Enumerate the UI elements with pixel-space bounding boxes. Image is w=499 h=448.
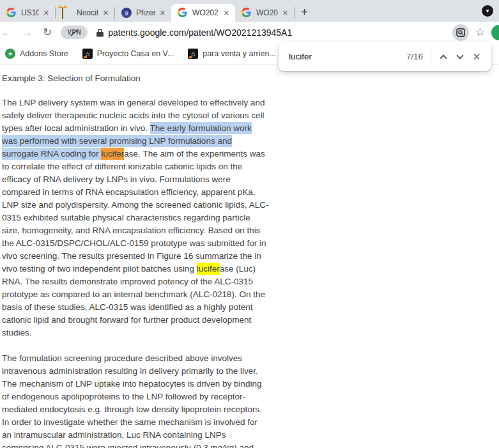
find-in-page-bar: 7/16 ✕ [279, 42, 491, 71]
text-line: types after local administration in vivo… [2, 122, 499, 135]
selected-text: surrogate RNA coding for [2, 148, 101, 160]
text-segment: vivo screening. The results presented in… [2, 251, 261, 261]
text-line: studies. [2, 327, 499, 339]
text-line: LNP size and polydispersity. Among the s… [2, 199, 499, 212]
lock-icon[interactable] [96, 28, 104, 37]
text-line: intravenous administration resulting in … [2, 365, 499, 378]
google-g-icon [6, 8, 17, 18]
forward-icon[interactable]: → [17, 26, 38, 39]
text-line: was performed with several promising LNP… [2, 135, 499, 148]
text-line: In order to investigate whether the same… [2, 416, 499, 429]
tab-close-icon[interactable]: ✕ [101, 9, 111, 17]
google-g-icon [178, 8, 188, 18]
tab-title: WO20212139 [192, 8, 219, 17]
tab-title: WO20212139 [256, 8, 278, 17]
text-segment: types after local administration in vivo… [2, 123, 150, 133]
find-query-input[interactable] [289, 52, 406, 61]
tab-us-patent[interactable]: US10703789B ✕ [0, 4, 55, 22]
neocities-cat-icon [62, 8, 72, 18]
text-segment: In order to investigate whether the same… [2, 417, 257, 427]
text-line: cationic lipid and brought forward for f… [2, 314, 499, 327]
text-line: surrogate RNA coding for luciferase. The… [2, 148, 499, 160]
text-line: RNA. The results demonstrate improved po… [2, 275, 499, 288]
text-line: an intramuscular administration, Luc RNA… [2, 429, 499, 442]
find-next-button[interactable] [452, 49, 468, 65]
text-line: efficacy of RNA delivery by LNPs in vivo… [2, 173, 499, 186]
tab-close-icon[interactable]: ✕ [222, 9, 231, 17]
bookmark-addons-store[interactable]: ★ Addons Store [5, 49, 68, 59]
tab-title: Neocities - Ed [77, 8, 98, 17]
patent-page-content: Example 3: Selection of Formulation The … [0, 65, 499, 448]
text-segment: prototype as compared to an internal ben… [2, 290, 265, 299]
text-segment: mediated endocytosis e.g. through low de… [2, 405, 262, 414]
tab-close-icon[interactable]: ✕ [280, 9, 290, 17]
chevron-down-icon [456, 52, 463, 59]
text-segment: RNA. The results demonstrate improved po… [2, 277, 253, 286]
pfizer-globe-icon: s [121, 8, 132, 18]
text-line: the ALC-0315/DSPC/CHOL/ALC-0159 prototyp… [2, 237, 499, 250]
bookmark-proyecto-casa[interactable]: ⌂ Proyecto Casa en V... [82, 49, 174, 59]
chevron-up-icon [440, 54, 447, 61]
text-segment: compared in terms of RNA encapsulation e… [2, 187, 255, 197]
house-icon: ⌂ [82, 49, 93, 59]
text-segment: cationic lipid and brought forward for f… [2, 315, 251, 325]
text-line: comprising ALC-0315 were injected intrav… [2, 442, 499, 448]
text-segment: size, homogeneity, and RNA encapsulation… [2, 226, 261, 235]
tab-close-icon[interactable]: ✕ [158, 9, 167, 17]
tab-close-icon[interactable]: ✕ [42, 9, 51, 17]
addons-store-icon: ★ [5, 49, 15, 59]
vpn-badge[interactable]: VPN [61, 26, 88, 39]
text-segment: ase. The aim of the experiments was [124, 149, 265, 158]
text-segment: of endogenous apolipoproteins to the LNP… [2, 392, 245, 401]
text-segment: studies. [2, 328, 32, 337]
text-line: The mechanism of LNP uptake into hepatoc… [2, 378, 499, 390]
navigation-toolbar: ← → ↻ VPN patents.google.com/patent/WO20… [0, 22, 499, 43]
text-line: vivo testing of two independent pilot ba… [2, 263, 499, 275]
text-line: safely deliver therapeutic nucleic acids… [2, 109, 499, 122]
tab-strip: US10703789B ✕ Neocities - Ed ✕ s Pfizer … [0, 0, 499, 22]
back-icon[interactable]: ← [0, 26, 17, 39]
text-segment: The mechanism of LNP uptake into hepatoc… [2, 379, 261, 389]
text-segment: safely deliver therapeutic nucleic acids… [2, 111, 264, 120]
reload-icon[interactable]: ↻ [38, 26, 57, 39]
text-segment: to correlate the effect of different ion… [2, 162, 242, 171]
google-g-icon [242, 8, 252, 18]
toolbar-right-group: ☆ [452, 24, 499, 41]
text-line: prototype as compared to an internal ben… [2, 288, 499, 301]
text-line: mediated endocytosis e.g. through low de… [2, 403, 499, 416]
find-previous-button[interactable] [435, 49, 452, 65]
paragraph: The formulation screening procedure desc… [2, 352, 499, 448]
text-line: basis of these studies, ALC-0315 was ide… [2, 301, 499, 314]
text-segment: comprising ALC-0315 were injected intrav… [2, 443, 254, 448]
address-bar-url[interactable]: patents.google.com/patent/WO2021213945A1 [108, 27, 292, 38]
text-segment: vivo testing of two independent pilot ba… [2, 264, 197, 274]
find-match-count: 7/16 [406, 52, 423, 61]
text-segment: an intramuscular administration, Luc RNA… [2, 430, 226, 440]
text-line: compared in terms of RNA encapsulation e… [2, 186, 499, 199]
house-icon: ⌂ [188, 49, 198, 59]
text-line: 0315 exhibited suitable physical charact… [2, 212, 499, 224]
tab-patent-active[interactable]: WO20212139 ✕ [171, 4, 235, 22]
text-segment: The LNP delivery system was in general d… [2, 98, 265, 107]
tab-pfizer[interactable]: s Pfizer Patent i ✕ [115, 4, 171, 22]
tab-title: US10703789B [21, 8, 39, 17]
tab-patent-2[interactable]: WO20212139 ✕ [235, 4, 294, 22]
selected-text: was performed with several promising LNP… [2, 135, 232, 147]
tab-neocities[interactable]: Neocities - Ed ✕ [56, 4, 114, 22]
tab-menu-button[interactable]: ▾ [482, 5, 493, 17]
text-line: to correlate the effect of different ion… [2, 160, 499, 173]
text-line: The LNP delivery system was in general d… [2, 97, 499, 109]
find-close-icon[interactable]: ✕ [468, 51, 485, 63]
bookmark-star-icon[interactable]: ☆ [469, 26, 491, 39]
new-tab-button[interactable]: + [295, 5, 314, 22]
text-line: size, homogeneity, and RNA encapsulation… [2, 224, 499, 237]
search-lens-button[interactable] [452, 24, 469, 41]
paragraph: The LNP delivery system was in general d… [2, 97, 499, 339]
bookmark-para-venta[interactable]: ⌂ para venta y arrien... [188, 49, 276, 59]
text-line: vivo screening. The results presented in… [2, 250, 499, 263]
patent-text: The LNP delivery system was in general d… [2, 97, 499, 448]
text-segment: efficacy of RNA delivery by LNPs in vivo… [2, 174, 231, 184]
find-match-highlight: lucifer [197, 263, 220, 275]
extension-icon[interactable] [491, 25, 499, 40]
find-bar-divider [431, 49, 431, 65]
